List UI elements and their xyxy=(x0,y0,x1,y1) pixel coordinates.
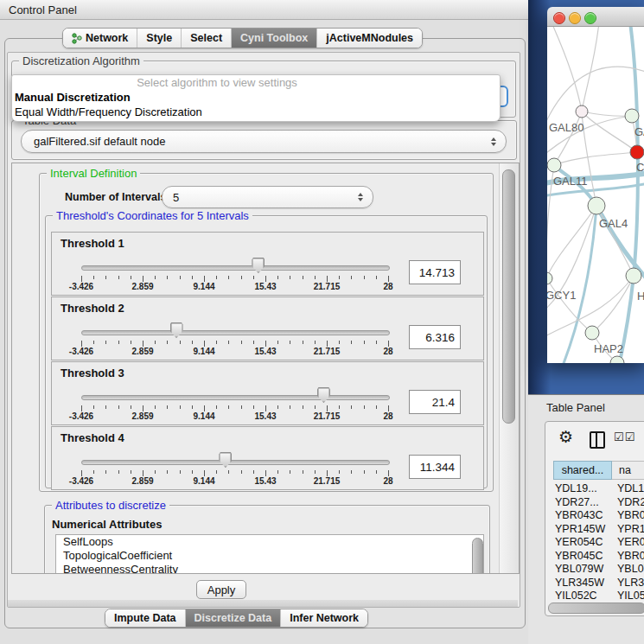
discretization-algorithm-label: Discretization Algorithm xyxy=(19,54,143,67)
network-node-gal11[interactable] xyxy=(547,158,561,172)
cyni-bottom-tabs: Impute DataDiscretize DataInfer Network xyxy=(105,609,368,628)
threshold-value-field[interactable]: 21.4 xyxy=(409,390,461,414)
table-data-combo[interactable]: galFiltered.sif default node xyxy=(21,130,507,153)
tab-cyni-toolbox[interactable]: Cyni Toolbox xyxy=(231,29,316,48)
attribute-item-selfloops[interactable]: SelfLoops xyxy=(56,535,483,549)
slider-thumb[interactable] xyxy=(252,258,265,273)
slider-track[interactable] xyxy=(81,265,390,271)
slider-tick-label: 28 xyxy=(362,476,414,486)
combo-stepper-icon xyxy=(358,193,363,201)
close-button-icon[interactable] xyxy=(553,12,565,24)
network-node-label: GA xyxy=(634,125,644,138)
slider-tick xyxy=(131,276,131,279)
threshold-label: Threshold 1 xyxy=(61,237,124,250)
column-header-shared-name[interactable]: shared... xyxy=(553,461,612,480)
table-row[interactable]: YER054CYER05 xyxy=(553,536,644,550)
slider-tick xyxy=(241,276,242,279)
slider-tick-label: -3.426 xyxy=(55,476,107,486)
slider-track[interactable] xyxy=(81,330,390,335)
slider-tick xyxy=(364,341,365,344)
slider-tick xyxy=(105,470,106,474)
slider-tick xyxy=(118,405,119,409)
minimize-button-icon[interactable] xyxy=(569,12,581,24)
network-window-titlebar xyxy=(547,7,644,27)
zoom-button-icon[interactable] xyxy=(584,12,596,24)
list-scrollbar-thumb[interactable] xyxy=(472,538,483,574)
tab-jactivemnodules[interactable]: jActiveMNodules xyxy=(316,29,422,48)
slider-thumb[interactable] xyxy=(317,387,330,403)
tab-style[interactable]: Style xyxy=(137,29,181,48)
screenshot-root: Control Panel ✖ NetworkStyleSelectCyni T… xyxy=(0,0,644,644)
algorithm-dropdown-placeholder[interactable]: Select algorithm to view settings xyxy=(12,75,500,90)
threshold-value-field[interactable]: 14.713 xyxy=(409,260,461,284)
threshold-value-field[interactable]: 6.316 xyxy=(409,325,461,349)
slider-tick xyxy=(339,470,340,474)
apply-button[interactable]: Apply xyxy=(196,580,246,599)
tab-select[interactable]: Select xyxy=(181,29,231,48)
dropdown-item-equal-width-frequency-discretization[interactable]: Equal Width/Frequency Discretization xyxy=(12,105,500,119)
cell-shared-name: YDL19... xyxy=(553,482,612,496)
threshold-box-4: Threshold 4-3.4262.8599.14415.4321.71528… xyxy=(51,426,484,490)
network-canvas[interactable]: GAL80GACGAL11GAL4GCY1HHAP2 xyxy=(547,27,644,363)
table-horizontal-scrollbar[interactable] xyxy=(548,603,644,614)
slider-tick xyxy=(155,276,156,279)
slider-track[interactable] xyxy=(81,395,390,400)
table-row[interactable]: YBR043CYBR04 xyxy=(553,509,644,523)
slider-tick xyxy=(351,405,352,409)
dropdown-item-manual-discretization[interactable]: Manual Discretization xyxy=(12,90,500,105)
attribute-item-betweennesscentrality[interactable]: BetweennessCentrality xyxy=(56,563,483,574)
slider-tick xyxy=(93,470,94,474)
slider-tick xyxy=(277,405,278,409)
slider-tick xyxy=(216,341,217,344)
network-node-gal80[interactable] xyxy=(576,105,588,118)
network-node-ga[interactable] xyxy=(625,109,639,123)
network-node-label: GAL4 xyxy=(599,217,628,230)
tab-discretize-data[interactable]: Discretize Data xyxy=(185,609,281,627)
slider-tick xyxy=(327,276,328,282)
slider-tick xyxy=(265,276,266,282)
cell-name: YBL07 xyxy=(612,563,644,577)
column-header-name[interactable]: na xyxy=(612,461,644,480)
tab-network[interactable]: Network xyxy=(63,29,137,48)
network-node-label: H xyxy=(637,290,644,303)
slider-track[interactable] xyxy=(81,460,390,465)
table-row[interactable]: YBL079WYBL07 xyxy=(553,563,644,577)
select-columns-checkboxes-icon[interactable]: ☑☑ xyxy=(614,430,635,443)
threshold-value-field[interactable]: 11.344 xyxy=(409,455,461,479)
tab-infer-network[interactable]: Infer Network xyxy=(280,609,367,627)
table-row[interactable]: YBR045CYBR04 xyxy=(553,550,644,564)
slider-tick-label: 28 xyxy=(362,347,414,356)
network-node-h[interactable] xyxy=(626,268,641,284)
settings-scrollbar-thumb[interactable] xyxy=(502,169,515,424)
network-graph: GAL80GACGAL11GAL4GCY1HHAP2 xyxy=(547,27,644,363)
slider-tick-label: -3.426 xyxy=(55,282,107,291)
slider-tick xyxy=(81,470,82,476)
slider-tick-label: 9.144 xyxy=(178,476,230,486)
slider-tick-label: 15.43 xyxy=(239,411,291,421)
network-node-hap2[interactable] xyxy=(585,326,599,340)
slider-thumb[interactable] xyxy=(170,322,183,338)
table-row[interactable]: YPR145WYPR14 xyxy=(553,523,644,537)
cell-shared-name: YLR345W xyxy=(553,577,612,590)
number-of-intervals-combo[interactable]: 5 xyxy=(162,186,373,208)
slider-tick xyxy=(216,405,217,409)
slider-tick-label: -3.426 xyxy=(55,411,107,421)
slider-tick xyxy=(81,341,82,347)
gear-icon[interactable]: ⚙ xyxy=(558,427,573,447)
table-row[interactable]: YDL19...YDL19 xyxy=(553,482,644,496)
tab-impute-data[interactable]: Impute Data xyxy=(105,609,185,627)
table-row[interactable]: YIL052CYIL05 xyxy=(553,590,644,600)
slider-tick-label: 2.859 xyxy=(117,347,169,356)
columns-icon[interactable] xyxy=(590,431,605,449)
network-node-label: HAP2 xyxy=(594,342,623,355)
attribute-item-topologicalcoefficient[interactable]: TopologicalCoefficient xyxy=(56,549,483,563)
table-row[interactable]: YLR345WYLR34 xyxy=(553,577,644,590)
network-node-c[interactable] xyxy=(630,145,644,159)
slider-tick xyxy=(204,470,205,476)
numerical-attributes-label: Numerical Attributes xyxy=(52,518,162,531)
table-row[interactable]: YDR27...YDR27 xyxy=(553,496,644,510)
numerical-attributes-list[interactable]: SelfLoopsTopologicalCoefficientBetweenne… xyxy=(55,534,484,574)
slider-thumb[interactable] xyxy=(219,452,232,468)
network-node-gcy1[interactable] xyxy=(547,272,552,284)
network-node-gal4[interactable] xyxy=(588,197,605,214)
